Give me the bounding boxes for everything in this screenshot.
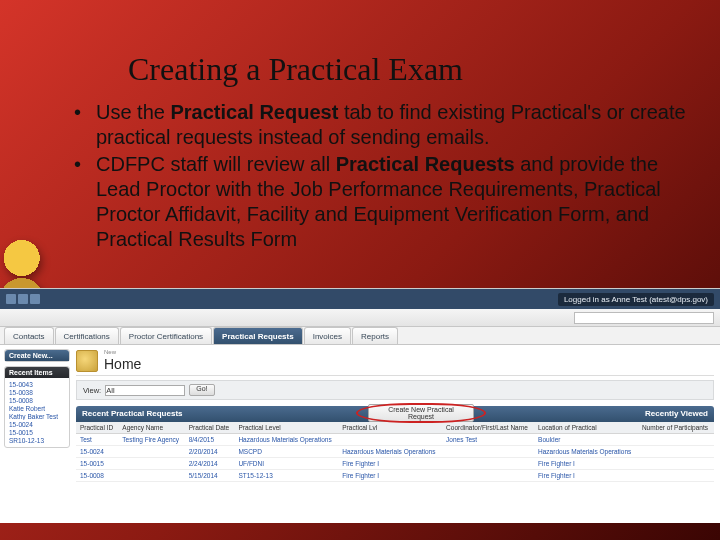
app-logo bbox=[6, 294, 40, 304]
recent-items-panel: Recent Items 15-004315-003815-0008Katie … bbox=[4, 366, 70, 448]
tab-bar: ContactsCertificationsProctor Certificat… bbox=[0, 327, 720, 345]
slide-title: Creating a Practical Exam bbox=[128, 52, 463, 87]
recent-item[interactable]: SR10-12-13 bbox=[9, 437, 65, 444]
create-new-practical-button[interactable]: Create New Practical Request bbox=[368, 404, 474, 422]
practical-requests-table: Practical IDAgency NamePractical DatePra… bbox=[76, 422, 714, 482]
tab-proctor-certifications[interactable]: Proctor Certifications bbox=[120, 327, 212, 344]
embedded-screenshot: Logged in as Anne Test (atest@dps.gov) C… bbox=[0, 288, 720, 523]
create-new-header: Create New... bbox=[5, 350, 69, 361]
table-row[interactable]: 15-00152/24/2014UF/FDNIFire Fighter IFir… bbox=[76, 458, 714, 470]
recent-item[interactable]: 15-0024 bbox=[9, 421, 65, 428]
column-header[interactable]: Practical ID bbox=[76, 422, 118, 434]
go-button[interactable]: Go! bbox=[189, 384, 214, 396]
table-row[interactable]: 15-00242/20/2014MSCPDHazardous Materials… bbox=[76, 446, 714, 458]
main-panel: New Home View: All Go! Recent Practical … bbox=[74, 345, 720, 523]
tab-invoices[interactable]: Invoices bbox=[304, 327, 351, 344]
recently-viewed-label: Recently Viewed bbox=[645, 406, 708, 422]
app-header: Logged in as Anne Test (atest@dps.gov) bbox=[0, 289, 720, 309]
bullet-item: Use the Practical Request tab to find ex… bbox=[74, 100, 690, 150]
tab-contacts[interactable]: Contacts bbox=[4, 327, 54, 344]
column-header[interactable]: Practical Level bbox=[234, 422, 338, 434]
view-filter-row: View: All Go! bbox=[76, 380, 714, 400]
app-toolbar bbox=[0, 309, 720, 327]
view-label: View: bbox=[83, 386, 101, 395]
create-new-panel[interactable]: Create New... bbox=[4, 349, 70, 362]
column-header[interactable]: Practical Date bbox=[185, 422, 235, 434]
table-row[interactable]: 15-00085/15/2014ST15-12-13Fire Fighter I… bbox=[76, 470, 714, 482]
recent-items-header: Recent Items bbox=[5, 367, 69, 378]
tab-reports[interactable]: Reports bbox=[352, 327, 398, 344]
recent-item[interactable]: 15-0015 bbox=[9, 429, 65, 436]
bullet-item: CDFPC staff will review all Practical Re… bbox=[74, 152, 690, 252]
view-select[interactable]: All bbox=[105, 385, 185, 396]
search-input[interactable] bbox=[574, 312, 714, 324]
login-status: Logged in as Anne Test (atest@dps.gov) bbox=[558, 293, 714, 306]
column-header[interactable]: Location of Practical bbox=[534, 422, 638, 434]
recent-item[interactable]: Katie Robert bbox=[9, 405, 65, 412]
recent-item[interactable]: 15-0038 bbox=[9, 389, 65, 396]
section-header: Recent Practical Requests Create New Pra… bbox=[76, 406, 714, 422]
sidebar: Create New... Recent Items 15-004315-003… bbox=[0, 345, 74, 523]
recent-item[interactable]: 15-0008 bbox=[9, 397, 65, 404]
column-header[interactable]: Agency Name bbox=[118, 422, 184, 434]
page-title: Home bbox=[104, 356, 141, 372]
bullet-list: Use the Practical Request tab to find ex… bbox=[74, 100, 690, 254]
tab-practical-requests[interactable]: Practical Requests bbox=[213, 327, 303, 344]
home-icon bbox=[76, 350, 98, 372]
table-row[interactable]: TestTesting Fire Agency8/4/2015Hazardous… bbox=[76, 434, 714, 446]
recent-item[interactable]: 15-0043 bbox=[9, 381, 65, 388]
new-badge: New bbox=[104, 349, 141, 355]
tab-certifications[interactable]: Certifications bbox=[55, 327, 119, 344]
recent-item[interactable]: Kathy Baker Test bbox=[9, 413, 65, 420]
section-title: Recent Practical Requests bbox=[82, 406, 183, 422]
column-header[interactable]: Number of Participants bbox=[638, 422, 714, 434]
